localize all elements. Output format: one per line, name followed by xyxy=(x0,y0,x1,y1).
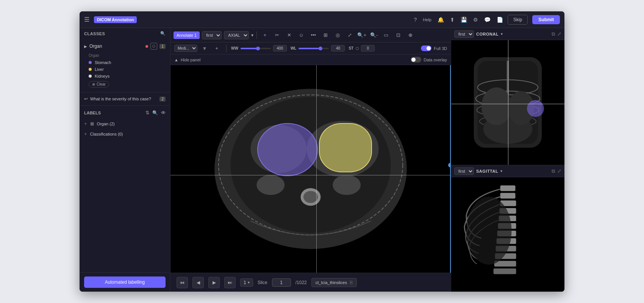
doc-icon[interactable]: 📄 xyxy=(497,17,503,23)
organ-grid-icon: ▦ xyxy=(90,121,94,126)
blue-dot-handle[interactable] xyxy=(448,163,451,167)
sagittal-expand-icon[interactable]: ⤢ xyxy=(557,168,561,174)
toolbar-brush-icon[interactable]: ☺ xyxy=(296,30,306,40)
full3d-switch[interactable] xyxy=(421,45,431,51)
help-icon[interactable]: ? xyxy=(414,17,417,23)
annotate-button[interactable]: Annotate 1 xyxy=(174,31,200,39)
wl-value: 40 xyxy=(331,45,345,52)
toolbar-rect-icon[interactable]: ▭ xyxy=(381,30,391,40)
sidebar-search-icon[interactable]: 🔍 xyxy=(160,31,166,36)
full3d-toggle[interactable]: Full 3D xyxy=(421,45,447,51)
organ-section: ▶ Organ ⬡ 1 Organ Stomach xyxy=(80,39,170,92)
svg-rect-33 xyxy=(494,269,516,274)
sidebar: Classes 🔍 ▶ Organ ⬡ 1 Organ xyxy=(80,28,170,292)
gear-icon[interactable]: ⚙ xyxy=(473,17,478,23)
ww-fill xyxy=(241,48,257,49)
clear-icon: ⊗ xyxy=(92,82,95,86)
sagittal-chevron[interactable]: ▾ xyxy=(500,169,502,173)
ww-track[interactable] xyxy=(241,48,271,49)
ct-scan-svg xyxy=(170,65,451,273)
med-select[interactable]: Medi... xyxy=(174,45,197,52)
coronal-sequence-select[interactable]: first xyxy=(454,30,474,38)
labels-header: Labels ⇅ 🔍 👁 xyxy=(80,109,170,119)
kidneys-row: Kidneys xyxy=(89,73,161,80)
data-overlay-toggle[interactable]: Data overlay xyxy=(411,57,447,62)
wl-thumb[interactable] xyxy=(319,47,322,50)
viewer-toolbar: Annotate 1 first AXIAL ▾ + ✂ ✕ ☺ ••• ⊞ ◎… xyxy=(170,28,451,42)
coronal-copy-icon[interactable]: ⧉ xyxy=(552,31,555,37)
stomach-row: Stomach xyxy=(89,59,161,66)
coronal-chevron[interactable]: ▾ xyxy=(501,32,503,36)
organ-add-icon[interactable]: + xyxy=(84,121,87,127)
nav-prev-button[interactable]: ◀ xyxy=(192,277,204,288)
toolbar-pan-icon[interactable]: ⊡ xyxy=(393,30,403,40)
organ-label: Organ xyxy=(89,44,143,49)
classifications-add-icon[interactable]: + xyxy=(84,131,87,137)
toolbar-cut-icon[interactable]: ✂ xyxy=(272,30,282,40)
question-section[interactable]: ↩ What is the severity of this case? 2 xyxy=(80,92,170,106)
share-icon[interactable]: ⬆ xyxy=(450,17,455,23)
help-label[interactable]: Help xyxy=(423,17,431,22)
data-overlay-switch[interactable] xyxy=(411,57,421,62)
slice-select-wrapper[interactable]: 1 ▾ xyxy=(240,278,253,287)
labels-search-icon[interactable]: 🔍 xyxy=(152,110,158,116)
bell-icon[interactable]: 🔔 xyxy=(438,17,444,23)
organ-expand-icon[interactable]: ▶ xyxy=(84,44,87,48)
labels-eye-icon[interactable]: 👁 xyxy=(161,110,166,116)
nav-next-button[interactable]: ▶ xyxy=(208,277,220,288)
labels-section: Labels ⇅ 🔍 👁 + ▦ Organ (2) + Classificat… xyxy=(80,106,170,272)
clear-button[interactable]: ⊗ Clear xyxy=(89,81,109,87)
toolbar-more-icon[interactable]: ••• xyxy=(308,30,318,40)
toolbar-zoomin-icon[interactable]: 🔍+ xyxy=(357,30,367,40)
hide-panel-chevron: ▲ xyxy=(174,58,178,62)
toolbar-grid-icon[interactable]: ⊞ xyxy=(320,30,330,40)
med-add-icon[interactable]: + xyxy=(212,44,222,53)
sequence-select[interactable]: first xyxy=(202,31,222,39)
dataset-badge: ct_tcia_thinslices ⎘ xyxy=(311,278,357,287)
toolbar-zoomout-icon[interactable]: 🔍- xyxy=(369,30,379,40)
hide-panel-button[interactable]: ▲ Hide panel xyxy=(174,58,200,62)
wl-track[interactable] xyxy=(299,48,329,49)
sort-icon[interactable]: ⇅ xyxy=(145,110,149,116)
sagittal-copy-icon[interactable]: ⧉ xyxy=(552,168,555,174)
slice-chevron[interactable]: ▾ xyxy=(248,280,250,284)
hamburger-icon[interactable]: ☰ xyxy=(84,16,89,23)
st-circle[interactable] xyxy=(356,47,359,50)
skip-button[interactable]: Skip xyxy=(508,15,528,25)
coronal-view[interactable] xyxy=(451,40,564,165)
auto-labelling-button[interactable]: Automated labelling xyxy=(84,276,166,288)
nav-last-button[interactable]: ⏭ xyxy=(224,277,236,288)
ww-thumb[interactable] xyxy=(256,47,260,50)
blue-slice-line[interactable] xyxy=(450,65,451,273)
yellow-organ-overlay xyxy=(319,123,372,172)
polygon-icon[interactable]: ⬡ xyxy=(150,43,157,50)
coronal-expand-icon[interactable]: ⤢ xyxy=(557,31,561,37)
toolbar-target-icon[interactable]: ◎ xyxy=(333,30,342,40)
st-label: ST xyxy=(349,46,353,50)
plane-expand-icon[interactable]: ▾ xyxy=(251,33,253,38)
classes-header: Classes 🔍 xyxy=(80,28,170,39)
chat-icon[interactable]: 💬 xyxy=(484,17,491,23)
full3d-label: Full 3D xyxy=(434,46,447,51)
kidneys-dot xyxy=(89,75,92,78)
submit-button[interactable]: Submit xyxy=(532,15,560,24)
organ-sub-items: Organ Stomach Liver Kidneys ⊗ xyxy=(80,52,170,91)
app-title-badge: DICOM Annotation xyxy=(94,16,137,23)
ct-image-area[interactable] xyxy=(170,65,451,273)
save-icon[interactable]: 💾 xyxy=(461,17,467,23)
nav-first-button[interactable]: ⏮ xyxy=(177,277,188,288)
slice-total: /1022 xyxy=(295,280,307,285)
slice-input[interactable] xyxy=(272,278,291,287)
copy-icon[interactable]: ⎘ xyxy=(350,280,353,285)
toolbar-add-icon[interactable]: + xyxy=(260,30,270,40)
organ-required-dot xyxy=(145,45,148,48)
med-expand-icon[interactable]: ▾ xyxy=(200,44,209,53)
liver-row: Liver xyxy=(89,66,161,73)
toolbar-expand-icon[interactable]: ⤢ xyxy=(345,30,355,40)
toolbar-cross-icon[interactable]: ✕ xyxy=(284,30,294,40)
sagittal-sequence-select[interactable]: first xyxy=(454,167,474,175)
sagittal-view[interactable] xyxy=(451,177,564,292)
toolbar-divider-1 xyxy=(256,31,257,39)
toolbar-plus-icon[interactable]: ⊕ xyxy=(405,30,415,40)
plane-select[interactable]: AXIAL xyxy=(224,31,249,39)
